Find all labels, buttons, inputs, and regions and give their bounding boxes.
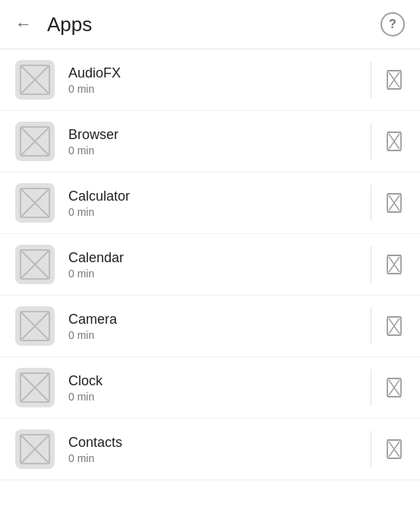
app-time: 0 min — [68, 329, 358, 341]
hourglass-icon — [386, 70, 403, 90]
hourglass-icon — [386, 193, 403, 213]
app-name: Contacts — [68, 435, 358, 451]
hourglass-icon — [386, 316, 403, 336]
timer-button[interactable] — [384, 69, 405, 90]
app-info: Contacts 0 min — [68, 435, 358, 464]
hourglass-icon — [386, 378, 403, 397]
app-icon — [15, 306, 55, 346]
timer-button[interactable] — [384, 254, 405, 275]
header-left: ← Apps — [15, 13, 92, 36]
app-info: Calendar 0 min — [68, 250, 358, 280]
vertical-divider — [371, 62, 371, 98]
page-header: ← Apps ? — [0, 0, 420, 49]
app-icon — [15, 183, 55, 223]
help-icon: ? — [389, 17, 396, 31]
app-list-item[interactable]: Browser 0 min — [0, 111, 420, 173]
app-list-item[interactable]: Calculator 0 min — [0, 173, 420, 234]
app-icon — [15, 429, 55, 469]
app-name: Camera — [68, 312, 358, 328]
app-list-item[interactable]: Contacts 0 min — [0, 419, 420, 480]
app-list: AudioFX 0 min Browser 0 min — [0, 49, 420, 480]
vertical-divider — [371, 246, 371, 283]
page-title: Apps — [47, 13, 92, 36]
back-button[interactable]: ← — [15, 14, 32, 34]
app-list-item[interactable]: AudioFX 0 min — [0, 49, 420, 111]
app-time: 0 min — [68, 83, 358, 95]
app-info: Camera 0 min — [68, 312, 358, 341]
app-name: Clock — [68, 373, 358, 389]
vertical-divider — [371, 369, 371, 406]
app-icon — [15, 368, 55, 407]
app-icon — [15, 245, 55, 284]
app-info: AudioFX 0 min — [68, 65, 358, 95]
help-button[interactable]: ? — [381, 12, 405, 36]
app-name: Calculator — [68, 188, 358, 204]
app-name: Calendar — [68, 250, 358, 266]
app-time: 0 min — [68, 144, 358, 157]
timer-button[interactable] — [384, 439, 405, 460]
app-time: 0 min — [68, 206, 358, 218]
hourglass-icon — [386, 131, 403, 151]
timer-button[interactable] — [384, 315, 405, 337]
hourglass-icon — [386, 439, 403, 459]
app-info: Calculator 0 min — [68, 188, 358, 218]
timer-button[interactable] — [384, 377, 405, 398]
app-info: Browser 0 min — [68, 127, 358, 157]
vertical-divider — [371, 431, 371, 467]
app-list-item[interactable]: Camera 0 min — [0, 296, 420, 357]
app-list-item[interactable]: Clock 0 min — [0, 357, 420, 419]
vertical-divider — [371, 308, 371, 344]
timer-button[interactable] — [384, 192, 405, 214]
app-info: Clock 0 min — [68, 373, 358, 403]
vertical-divider — [371, 185, 371, 221]
timer-button[interactable] — [384, 131, 405, 152]
back-arrow-icon: ← — [15, 14, 32, 34]
app-name: Browser — [68, 127, 358, 143]
app-list-item[interactable]: Calendar 0 min — [0, 234, 420, 296]
app-time: 0 min — [68, 452, 358, 464]
app-time: 0 min — [68, 268, 358, 280]
hourglass-icon — [386, 255, 403, 274]
app-name: AudioFX — [68, 65, 358, 81]
app-time: 0 min — [68, 391, 358, 403]
vertical-divider — [371, 123, 371, 160]
app-icon — [15, 122, 55, 161]
app-icon — [15, 60, 55, 100]
